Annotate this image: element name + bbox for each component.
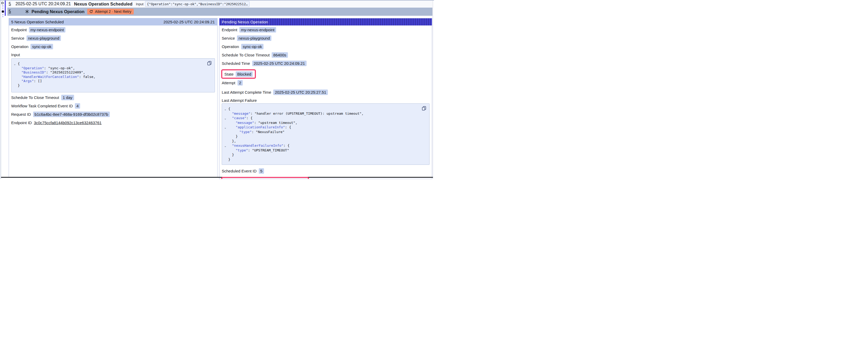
caret-down-icon[interactable]: ⌄ [14, 62, 18, 67]
nexus-asterisk-icon [25, 9, 29, 14]
state-annotation-box: State Blocked [221, 69, 256, 79]
caret-down-icon[interactable]: ⌄ [224, 126, 228, 130]
event-id-link[interactable]: 5 [9, 9, 11, 14]
json-line: } [14, 84, 213, 88]
event-timestamp: 2025-02-25 UTC 20:24:09.21 [16, 2, 71, 6]
input-preview-chip[interactable]: {"Operation":"sync-op-ok","BusinessID":"… [145, 1, 250, 7]
request-id-value-chip: b1c6a4bc-8ee7-468a-9169-df3b02c8737b [33, 111, 110, 117]
json-line: "message": "upstream timeout", [224, 121, 428, 125]
json-line: "HandlerWaitForCancellation": false, [14, 75, 213, 79]
json-line: ⌄{ [14, 62, 213, 66]
vertical-scrollbar[interactable] [432, 1, 434, 179]
endpoint-value-chip: my-nexus-endpoint [239, 27, 276, 33]
operation-value-chip: sync-op-ok [241, 44, 264, 50]
field-schedule-to-close-timeout: Schedule To Close Timeout 1 day [11, 95, 215, 100]
last-attempt-failure-label: Last Attempt Failure [222, 98, 430, 103]
json-line: "BusinessID": "20250225122409", [14, 70, 213, 75]
field-endpoint-id: Endpoint ID 3c0c75ccfa8144b092c13ce63246… [11, 120, 215, 126]
attempt-value-chip: 2 [238, 80, 243, 86]
scheduled-panel-title: 5 Nexus Operation Scheduled [11, 20, 64, 24]
window-top-border [0, 0, 434, 1]
timeout-value-chip: 1 day [61, 95, 74, 100]
endpoint-id-link[interactable]: 3c0c75ccfa8144b092c13ce632463761 [34, 121, 102, 125]
field-schedule-to-close-timeout: Schedule To Close Timeout 86400s [222, 52, 430, 58]
caret-down-icon[interactable]: ⌄ [224, 116, 228, 121]
last-attempt-complete-time-chip: 2025-02-25 UTC 20:25:27.51 [273, 90, 328, 95]
input-section-label: Input [11, 52, 215, 57]
field-operation: Operation sync-op-ok [11, 43, 215, 50]
endpoint-value-chip: my-nexus-endpoint [29, 27, 66, 33]
field-request-id: Request ID b1c6a4bc-8ee7-468a-9169-df3b0… [11, 111, 215, 117]
service-value-chip: nexus-playground [27, 35, 61, 41]
window-left-border [1, 0, 1, 179]
json-line: }, [224, 139, 428, 143]
event-row-nexus-operation-scheduled[interactable]: 5 2025-02-25 UTC 20:24:09.21 Nexus Opera… [6, 1, 432, 8]
field-operation: Operation sync-op-ok [222, 43, 430, 50]
field-endpoint: Endpoint my-nexus-endpoint [222, 27, 430, 33]
scheduled-time-value-chip: 2025-02-25 UTC 20:24:09.21 [252, 61, 307, 66]
state-value-chip: Blocked [236, 71, 253, 77]
field-service: Service nexus-playground [222, 35, 430, 41]
pending-panel-title: Pending Nexus Operation [222, 20, 268, 24]
event-id-value-chip: 4 [75, 103, 80, 109]
event-id-link[interactable]: 5 [9, 2, 11, 6]
json-line: ⌄{ [224, 106, 428, 111]
timeline-open-circle-icon [1, 2, 4, 4]
retry-status-badge: Attempt 2 · Next Retry [87, 9, 134, 14]
copy-icon[interactable] [422, 106, 426, 111]
field-workflow-task-completed-event-id: Workflow Task Completed Event ID 4 [11, 103, 215, 109]
json-line: } [224, 134, 428, 139]
field-attempt: Attempt 2 [222, 80, 430, 86]
field-state: State Blocked [224, 71, 253, 77]
event-row-pending-nexus-operation[interactable]: 5 Pending Nexus Operation Attempt 2 · Ne… [7, 8, 432, 16]
scheduled-panel-header: 5 Nexus Operation Scheduled 2025-02-25 U… [9, 19, 217, 26]
json-line: "message": "handler error (UPSTREAM_TIME… [224, 111, 428, 116]
event-title: Pending Nexus Operation [32, 9, 85, 14]
json-line: ⌄"cause": { [224, 116, 428, 121]
pending-panel-header: Pending Nexus Operation [219, 19, 432, 26]
caret-down-icon[interactable]: ⌄ [224, 107, 228, 112]
operation-value-chip: sync-op-ok [30, 44, 53, 50]
scheduled-event-detail-panel: 5 Nexus Operation Scheduled 2025-02-25 U… [9, 18, 218, 177]
scheduled-panel-timestamp: 2025-02-25 UTC 20:24:09.21 [163, 20, 215, 24]
json-line: ⌄"applicationFailureInfo": { [224, 125, 428, 130]
timeline-current-dot-icon [1, 10, 4, 13]
field-endpoint: Endpoint my-nexus-endpoint [11, 27, 215, 33]
input-json-block: ⌄{ "Operation": "sync-op-ok", "BusinessI… [11, 58, 215, 92]
json-line: "type": "NexusFailure" [224, 130, 428, 134]
retry-badge-label: Attempt 2 · Next Retry [95, 9, 131, 14]
field-last-attempt-complete-time: Last Attempt Complete Time 2025-02-25 UT… [222, 89, 430, 95]
caret-down-icon[interactable]: ⌄ [224, 144, 228, 149]
failure-json-block: ⌄{ "message": "handler error (UPSTREAM_T… [222, 103, 430, 165]
service-value-chip: nexus-playground [237, 35, 271, 41]
window-bottom-border [1, 177, 433, 178]
blocked-reason-annotation-box: Blocked Reason The circuit breaker is op… [221, 177, 309, 179]
json-line: ⌄"nexusHandlerFailureInfo": { [224, 143, 428, 148]
scheduled-event-id-chip: 5 [259, 168, 264, 174]
field-scheduled-time: Scheduled Time 2025-02-25 UTC 20:24:09.2… [222, 60, 430, 66]
field-scheduled-event-id: Scheduled Event ID 5 [222, 168, 430, 174]
json-line: } [224, 153, 428, 157]
input-label: Input [136, 2, 144, 6]
json-line: "type": "UPSTREAM_TIMEOUT" [224, 148, 428, 153]
field-blocked-reason: Blocked Reason The circuit breaker is op… [224, 179, 306, 179]
json-line: "Args": [] [14, 79, 213, 84]
event-title: Nexus Operation Scheduled [74, 2, 133, 6]
copy-icon[interactable] [207, 61, 212, 66]
refresh-icon [89, 10, 93, 13]
pending-operation-panel: Pending Nexus Operation Endpoint my-nexu… [219, 18, 432, 179]
json-line: "Operation": "sync-op-ok", [14, 66, 213, 71]
field-service: Service nexus-playground [11, 35, 215, 41]
json-line: } [224, 157, 428, 162]
timeout-value-chip: 86400s [272, 52, 288, 58]
